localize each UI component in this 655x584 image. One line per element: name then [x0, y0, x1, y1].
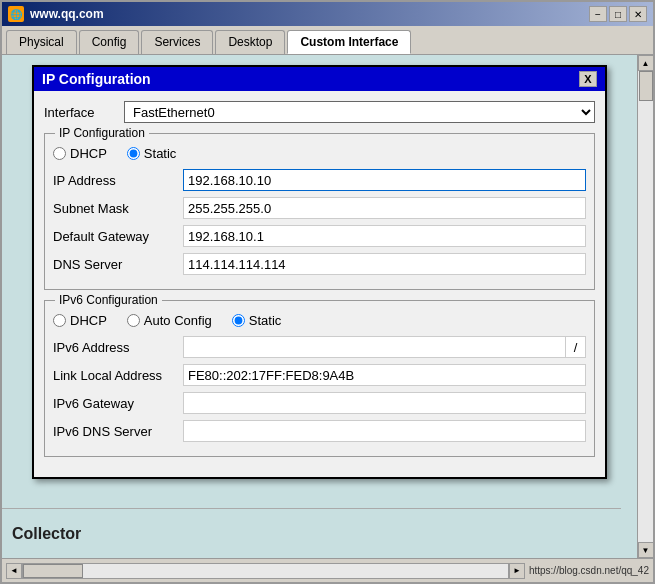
- interface-select[interactable]: FastEthernet0FastEthernet1: [124, 101, 595, 123]
- link-local-label: Link Local Address: [53, 368, 183, 383]
- ipv6-auto-radio[interactable]: [127, 314, 140, 327]
- link-local-row: Link Local Address: [53, 364, 586, 386]
- ipv6-address-label: IPv6 Address: [53, 340, 183, 355]
- scroll-up-button[interactable]: ▲: [638, 55, 654, 71]
- content-area: IP Configuration X Interface FastEtherne…: [2, 54, 653, 558]
- ipv6-auto-option[interactable]: Auto Config: [127, 313, 212, 328]
- ipv6-address-input[interactable]: [183, 336, 566, 358]
- tab-physical[interactable]: Physical: [6, 30, 77, 54]
- main-scroll-area: IP Configuration X Interface FastEtherne…: [2, 55, 637, 558]
- ipv6-address-wrapper: /: [183, 336, 586, 358]
- ipv6-dns-input[interactable]: [183, 420, 586, 442]
- window-controls: − □ ✕: [589, 6, 647, 22]
- tab-bar: Physical Config Services Desktop Custom …: [2, 26, 653, 54]
- dns-server-label: DNS Server: [53, 257, 183, 272]
- ipv6-gateway-row: IPv6 Gateway: [53, 392, 586, 414]
- ipv6-dhcp-radio[interactable]: [53, 314, 66, 327]
- ipv6-address-row: IPv6 Address /: [53, 336, 586, 358]
- close-button[interactable]: ✕: [629, 6, 647, 22]
- connector-label: Collector: [12, 525, 81, 543]
- scroll-track: [638, 71, 653, 542]
- ipv6-slash: /: [566, 336, 586, 358]
- status-url: https://blog.csdn.net/qq_42: [529, 565, 649, 576]
- scroll-thumb[interactable]: [639, 71, 653, 101]
- ipv6-gateway-input[interactable]: [183, 392, 586, 414]
- ipv6-static-radio[interactable]: [232, 314, 245, 327]
- static-label: Static: [144, 146, 177, 161]
- ipv6-radio-row: DHCP Auto Config Static: [53, 313, 586, 328]
- ipv6-dhcp-option[interactable]: DHCP: [53, 313, 107, 328]
- interface-select-wrapper[interactable]: FastEthernet0FastEthernet1: [124, 101, 595, 123]
- maximize-button[interactable]: □: [609, 6, 627, 22]
- ipv4-radio-row: DHCP Static: [53, 146, 586, 161]
- interface-row: Interface FastEthernet0FastEthernet1: [44, 101, 595, 123]
- dialog-body: Interface FastEthernet0FastEthernet1 IP …: [34, 91, 605, 477]
- dialog-close-button[interactable]: X: [579, 71, 597, 87]
- static-radio[interactable]: [127, 147, 140, 160]
- ipv6-gateway-label: IPv6 Gateway: [53, 396, 183, 411]
- interface-label: Interface: [44, 105, 124, 120]
- ipv6-dns-label: IPv6 DNS Server: [53, 424, 183, 439]
- dialog-title: IP Configuration: [42, 71, 151, 87]
- dhcp-option[interactable]: DHCP: [53, 146, 107, 161]
- connector-bar: Collector: [2, 508, 621, 558]
- ipv6-section-legend: IPv6 Configuration: [55, 293, 162, 307]
- subnet-mask-label: Subnet Mask: [53, 201, 183, 216]
- minimize-button[interactable]: −: [589, 6, 607, 22]
- ipv6-dns-row: IPv6 DNS Server: [53, 420, 586, 442]
- ipv6-static-label: Static: [249, 313, 282, 328]
- main-window: 🌐 www.qq.com − □ ✕ Physical Config Servi…: [0, 0, 655, 584]
- default-gateway-label: Default Gateway: [53, 229, 183, 244]
- dhcp-label: DHCP: [70, 146, 107, 161]
- tab-config[interactable]: Config: [79, 30, 140, 54]
- title-bar-left: 🌐 www.qq.com: [8, 6, 104, 22]
- scroll-h-thumb[interactable]: [23, 564, 83, 578]
- link-local-input[interactable]: [183, 364, 586, 386]
- subnet-mask-input[interactable]: [183, 197, 586, 219]
- bottom-bar: ◄ ► https://blog.csdn.net/qq_42: [2, 558, 653, 582]
- window-title: www.qq.com: [30, 7, 104, 21]
- static-option[interactable]: Static: [127, 146, 177, 161]
- scroll-h-track: [22, 563, 509, 579]
- dhcp-radio[interactable]: [53, 147, 66, 160]
- title-bar: 🌐 www.qq.com − □ ✕: [2, 2, 653, 26]
- tab-desktop[interactable]: Desktop: [215, 30, 285, 54]
- ip-address-row: IP Address: [53, 169, 586, 191]
- ip-address-label: IP Address: [53, 173, 183, 188]
- dialog-title-bar: IP Configuration X: [34, 67, 605, 91]
- scroll-left-button[interactable]: ◄: [6, 563, 22, 579]
- scroll-right-button[interactable]: ►: [509, 563, 525, 579]
- ipv6-auto-label: Auto Config: [144, 313, 212, 328]
- dns-server-row: DNS Server: [53, 253, 586, 275]
- vertical-scrollbar: ▲ ▼: [637, 55, 653, 558]
- ipv4-section-legend: IP Configuration: [55, 126, 149, 140]
- ipv6-dhcp-label: DHCP: [70, 313, 107, 328]
- ipv4-section: IP Configuration DHCP Static: [44, 133, 595, 290]
- ip-address-input[interactable]: [183, 169, 586, 191]
- subnet-mask-row: Subnet Mask: [53, 197, 586, 219]
- default-gateway-row: Default Gateway: [53, 225, 586, 247]
- ip-configuration-dialog: IP Configuration X Interface FastEtherne…: [32, 65, 607, 479]
- app-icon: 🌐: [8, 6, 24, 22]
- default-gateway-input[interactable]: [183, 225, 586, 247]
- ipv6-section: IPv6 Configuration DHCP Auto Config: [44, 300, 595, 457]
- dns-server-input[interactable]: [183, 253, 586, 275]
- ipv6-static-option[interactable]: Static: [232, 313, 282, 328]
- horizontal-scrollbar: ◄ ►: [6, 563, 525, 579]
- scroll-down-button[interactable]: ▼: [638, 542, 654, 558]
- tab-custom-interface[interactable]: Custom Interface: [287, 30, 411, 54]
- tab-services[interactable]: Services: [141, 30, 213, 54]
